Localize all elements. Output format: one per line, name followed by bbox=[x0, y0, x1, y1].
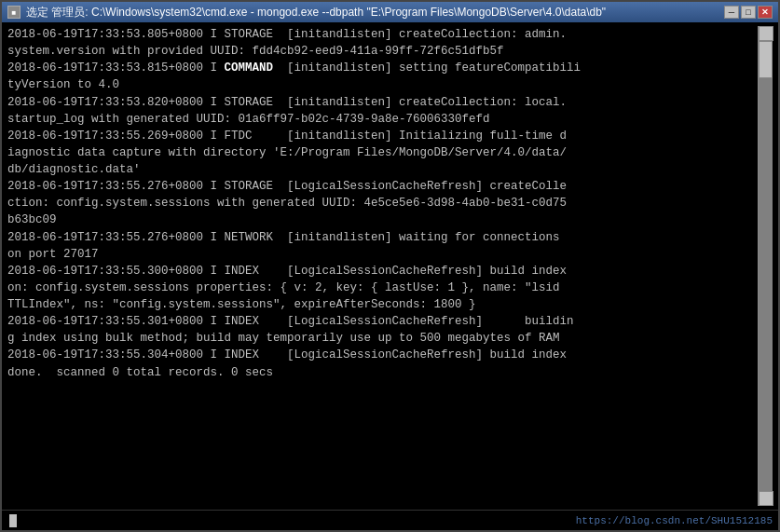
title-bar-left: ■ 选定 管理员: C:\Windows\system32\cmd.exe - … bbox=[7, 5, 606, 20]
scroll-up-button[interactable]: ▲ bbox=[759, 26, 773, 41]
scrollbar[interactable]: ▲ ▼ bbox=[758, 26, 773, 506]
window-icon: ■ bbox=[7, 6, 21, 19]
cursor-line bbox=[7, 514, 17, 527]
maximize-button[interactable]: □ bbox=[741, 6, 756, 19]
window-title: 选定 管理员: C:\Windows\system32\cmd.exe - mo… bbox=[26, 5, 606, 20]
cmd-window: ■ 选定 管理员: C:\Windows\system32\cmd.exe - … bbox=[0, 0, 780, 532]
log-line: TTLIndex", ns: "config.system.sessions",… bbox=[7, 296, 758, 313]
log-line: on: config.system.sessions properties: {… bbox=[7, 280, 758, 296]
log-line: 2018-06-19T17:33:55.304+0800 I INDEX [Lo… bbox=[7, 347, 758, 363]
log-line: done. scanned 0 total records. 0 secs bbox=[7, 364, 758, 381]
log-line: db/diagnostic.data' bbox=[7, 161, 758, 178]
scroll-down-button[interactable]: ▼ bbox=[759, 491, 773, 506]
log-line: 2018-06-19T17:33:53.815+0800 I COMMAND [… bbox=[7, 60, 758, 76]
log-line: system.version with provided UUID: fdd4c… bbox=[7, 43, 758, 60]
console-body: 2018-06-19T17:33:53.805+0800 I STORAGE [… bbox=[2, 22, 778, 510]
log-line: 2018-06-19T17:33:55.301+0800 I INDEX [Lo… bbox=[7, 313, 758, 330]
log-line: 2018-06-19T17:33:55.300+0800 I INDEX [Lo… bbox=[7, 263, 758, 280]
title-bar-buttons: ─ □ ✕ bbox=[724, 6, 773, 19]
log-line: g index using bulk method; build may tem… bbox=[7, 330, 758, 347]
minimize-button[interactable]: ─ bbox=[724, 6, 739, 19]
status-bar: https://blog.csdn.net/SHU1512185 bbox=[2, 510, 778, 530]
scroll-thumb[interactable] bbox=[759, 41, 773, 78]
console-content: 2018-06-19T17:33:53.805+0800 I STORAGE [… bbox=[7, 26, 758, 506]
log-line: startup_log with generated UUID: 01a6ff9… bbox=[7, 111, 758, 128]
watermark: https://blog.csdn.net/SHU1512185 bbox=[576, 515, 773, 526]
log-line: tyVersion to 4.0 bbox=[7, 76, 758, 93]
scroll-track[interactable] bbox=[759, 41, 773, 491]
log-line: 2018-06-19T17:33:55.276+0800 I NETWORK [… bbox=[7, 229, 758, 246]
close-button[interactable]: ✕ bbox=[758, 6, 773, 19]
log-line: on port 27017 bbox=[7, 246, 758, 263]
log-line: 2018-06-19T17:33:55.276+0800 I STORAGE [… bbox=[7, 178, 758, 195]
cursor-block bbox=[9, 514, 17, 527]
log-line: b63bc09 bbox=[7, 211, 758, 228]
log-line: ction: config.system.sessions with gener… bbox=[7, 195, 758, 211]
log-line: iagnostic data capture with directory 'E… bbox=[7, 144, 758, 161]
log-line: 2018-06-19T17:33:53.820+0800 I STORAGE [… bbox=[7, 94, 758, 111]
log-line: 2018-06-19T17:33:53.805+0800 I STORAGE [… bbox=[7, 26, 758, 43]
title-bar: ■ 选定 管理员: C:\Windows\system32\cmd.exe - … bbox=[2, 2, 778, 22]
log-line: 2018-06-19T17:33:55.269+0800 I FTDC [ini… bbox=[7, 128, 758, 144]
